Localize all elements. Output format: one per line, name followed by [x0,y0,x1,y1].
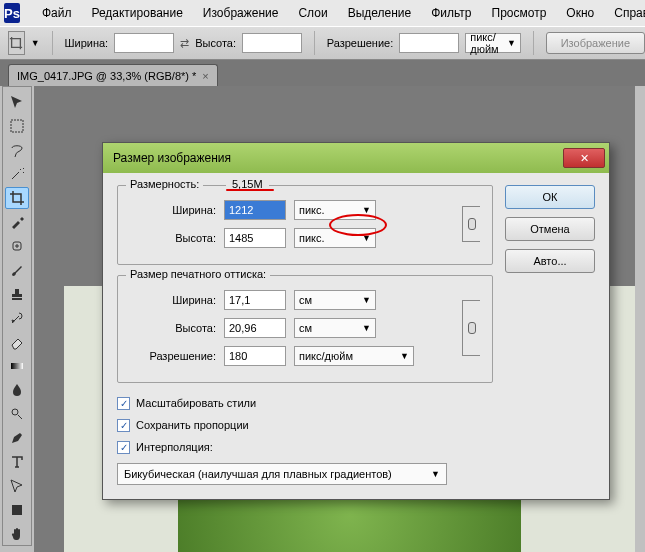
brush-tool[interactable] [5,259,29,281]
type-tool[interactable] [5,451,29,473]
svg-rect-3 [11,363,23,369]
lasso-tool[interactable] [5,139,29,161]
menu-edit[interactable]: Редактирование [81,6,192,20]
close-icon[interactable]: × [202,70,208,82]
document-size-legend: Размер печатного оттиска: [126,268,270,280]
pixel-height-input[interactable] [224,228,286,248]
resolution-input[interactable] [224,346,286,366]
resolution-label: Разрешение: [130,350,216,362]
menu-file[interactable]: Файл [32,6,82,20]
document-size-group: Размер печатного оттиска: Ширина: см▼ Вы… [117,275,493,383]
menu-select[interactable]: Выделение [338,6,422,20]
separator [533,31,534,55]
menu-window[interactable]: Окно [556,6,604,20]
image-size-dialog: Размер изображения ✕ Размерность: 5,15M … [102,142,610,500]
resample-checkbox[interactable]: ✓ [117,441,130,454]
pixel-width-input[interactable] [224,200,286,220]
menu-filter[interactable]: Фильтр [421,6,481,20]
options-width-label: Ширина: [64,37,108,49]
options-resolution-input[interactable] [399,33,459,53]
menu-help[interactable]: Справка [604,6,645,20]
options-bar: ▼ Ширина: ⇄ Высота: Разрешение: пикс/дюй… [0,26,645,60]
resample-label: Интерполяция: [136,441,213,453]
scale-styles-checkbox[interactable]: ✓ [117,397,130,410]
path-tool[interactable] [5,475,29,497]
marquee-tool[interactable] [5,115,29,137]
doc-width-unit[interactable]: см▼ [294,290,376,310]
gradient-tool[interactable] [5,355,29,377]
swap-icon[interactable]: ⇄ [180,37,189,50]
options-resolution-label: Разрешение: [327,37,394,49]
separator [314,31,315,55]
annotation-underline [226,189,274,191]
hand-tool[interactable] [5,523,29,545]
doc-height-label: Высота: [130,322,216,334]
eyedropper-tool[interactable] [5,211,29,233]
doc-width-input[interactable] [224,290,286,310]
doc-height-input[interactable] [224,318,286,338]
doc-height-unit[interactable]: см▼ [294,318,376,338]
options-resolution-unit[interactable]: пикс/дюйм▼ [465,33,521,53]
dialog-close-button[interactable]: ✕ [563,148,605,168]
auto-button[interactable]: Авто... [505,249,595,273]
pixel-height-label: Высота: [130,232,216,244]
menu-view[interactable]: Просмотр [482,6,557,20]
options-height-label: Высота: [195,37,236,49]
options-width-input[interactable] [114,33,174,53]
shape-tool[interactable] [5,499,29,521]
history-brush-tool[interactable] [5,307,29,329]
healing-tool[interactable] [5,235,29,257]
toolbox [2,86,32,546]
crop-tool-preset-icon[interactable] [8,31,25,55]
cancel-button[interactable]: Отмена [505,217,595,241]
document-tab[interactable]: IMG_0417.JPG @ 33,3% (RGB/8*) * × [8,64,218,86]
document-tabs: IMG_0417.JPG @ 33,3% (RGB/8*) * × [0,60,645,86]
doc-width-label: Ширина: [130,294,216,306]
options-height-input[interactable] [242,33,302,53]
dialog-title: Размер изображения [113,151,231,165]
pixel-width-label: Ширина: [130,204,216,216]
magic-wand-tool[interactable] [5,163,29,185]
pen-tool[interactable] [5,427,29,449]
svg-point-4 [12,409,18,415]
svg-rect-2 [12,298,22,300]
interpolation-combo[interactable]: Бикубическая (наилучшая для плавных град… [117,463,447,485]
menubar: Ps Файл Редактирование Изображение Слои … [0,0,645,26]
resolution-unit[interactable]: пикс/дюйм▼ [294,346,414,366]
move-tool[interactable] [5,91,29,113]
menu-image[interactable]: Изображение [193,6,289,20]
svg-rect-5 [12,505,22,515]
blur-tool[interactable] [5,379,29,401]
app-logo: Ps [4,3,20,23]
constrain-proportions-checkbox[interactable]: ✓ [117,419,130,432]
pixel-width-unit[interactable]: пикс.▼ [294,200,376,220]
eraser-tool[interactable] [5,331,29,353]
ok-button[interactable]: ОК [505,185,595,209]
scale-styles-label: Масштабировать стили [136,397,256,409]
document-tab-title: IMG_0417.JPG @ 33,3% (RGB/8*) * [17,70,196,82]
constrain-proportions-label: Сохранить пропорции [136,419,249,431]
preset-dropdown-icon[interactable]: ▼ [31,38,40,48]
dialog-titlebar[interactable]: Размер изображения ✕ [103,143,609,173]
pixel-dimensions-group: Размерность: 5,15M Ширина: пикс.▼ Высота… [117,185,493,265]
pixel-height-unit[interactable]: пикс.▼ [294,228,376,248]
options-image-button[interactable]: Изображение [546,32,645,54]
pixel-dimensions-legend: Размерность: [126,178,203,190]
menu-layer[interactable]: Слои [288,6,337,20]
link-icon [462,300,480,356]
dodge-tool[interactable] [5,403,29,425]
stamp-tool[interactable] [5,283,29,305]
separator [52,31,53,55]
svg-rect-0 [11,120,23,132]
crop-tool[interactable] [5,187,29,209]
link-icon [462,206,480,242]
